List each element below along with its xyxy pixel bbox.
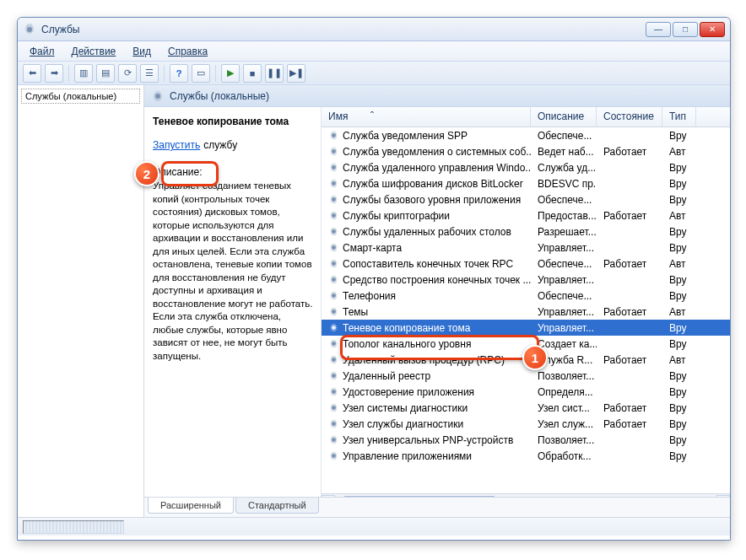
cell-name: Удаленный реестр — [322, 370, 531, 382]
maximize-button[interactable]: □ — [673, 22, 698, 37]
cell-desc: Управляет... — [531, 242, 597, 254]
close-button[interactable]: ✕ — [700, 22, 725, 37]
menu-view[interactable]: Вид — [126, 43, 158, 60]
cell-type: Вру — [662, 162, 696, 174]
cell-type: Вру — [662, 226, 696, 238]
cell-name: Узел системы диагностики — [322, 402, 531, 414]
service-row[interactable]: Удостоверение приложенияОпределя...Вру — [322, 384, 730, 400]
cell-desc: Определя... — [531, 386, 597, 398]
scroll-left-button[interactable]: ◀ — [322, 495, 335, 498]
cell-desc: Создает ка... — [531, 338, 597, 350]
service-row[interactable]: Узел системы диагностикиУзел сист...Рабо… — [322, 400, 730, 416]
selection-button[interactable]: ▭ — [192, 64, 210, 83]
start-button[interactable]: ▶ — [221, 64, 240, 83]
cell-type: Вру — [662, 402, 696, 414]
cell-name: Управление приложениями — [322, 450, 531, 462]
export-list-button[interactable]: ▤ — [96, 64, 115, 83]
help-button[interactable]: ? — [170, 64, 188, 83]
titlebar[interactable]: Службы — □ ✕ — [18, 18, 730, 41]
gear-icon — [328, 210, 339, 221]
gear-icon — [328, 258, 339, 269]
cell-type: Авт — [662, 306, 696, 318]
service-row[interactable]: Службы базового уровня приложенияОбеспеч… — [322, 191, 730, 207]
cell-state: Работает — [597, 354, 662, 366]
service-list: Имя ˆ Описание Состояние Тип Служба увед… — [322, 107, 730, 497]
gear-icon — [328, 306, 339, 317]
properties-button[interactable]: ☰ — [140, 64, 159, 83]
gear-icon — [328, 194, 339, 205]
col-state[interactable]: Состояние — [597, 107, 662, 127]
service-row[interactable]: ТелефонияОбеспече...Вру — [322, 288, 730, 304]
gear-icon — [328, 402, 339, 413]
service-row[interactable]: Теневое копирование томаУправляет...Вру — [322, 320, 730, 336]
scroll-thumb[interactable] — [343, 496, 495, 498]
service-row[interactable]: Тополог канального уровняСоздает ка...Вр… — [322, 336, 730, 352]
pause-button[interactable]: ❚❚ — [265, 64, 284, 83]
list-header: Имя ˆ Описание Состояние Тип — [322, 107, 730, 127]
right-pane: Службы (локальные) Теневое копирование т… — [144, 85, 730, 517]
stop-button[interactable]: ■ — [243, 64, 262, 83]
gear-icon — [328, 274, 339, 285]
back-button[interactable]: ⬅ — [23, 64, 41, 83]
gear-icon — [328, 146, 339, 157]
restart-button[interactable]: ▶❚ — [287, 64, 305, 83]
tab-extended[interactable]: Расширенный — [148, 498, 234, 514]
service-row[interactable]: Узел универсальных PNP-устройствПозволяе… — [322, 432, 730, 448]
start-service-link[interactable]: Запустить — [153, 139, 200, 151]
cell-type: Вру — [662, 194, 696, 206]
cell-type: Вру — [662, 450, 696, 462]
service-row[interactable]: Узел службы диагностикиУзел служ...Работ… — [322, 416, 730, 432]
cell-state: Работает — [597, 306, 662, 318]
list-body[interactable]: Служба уведомления SPPОбеспече...ВруСлуж… — [322, 127, 730, 493]
service-row[interactable]: Служба шифрования дисков BitLockerBDESVC… — [322, 175, 730, 191]
cell-state: Работает — [597, 258, 662, 270]
refresh-button[interactable]: ⟳ — [118, 64, 137, 83]
service-row[interactable]: Служба удаленного управления Windo...Слу… — [322, 159, 730, 175]
cell-state: Работает — [597, 210, 662, 222]
service-row[interactable]: Удаленный вызов процедур (RPC)Служба R..… — [322, 352, 730, 368]
service-row[interactable]: Служба уведомления о системных соб...Вед… — [322, 143, 730, 159]
service-row[interactable]: Средство построения конечных точек ...Уп… — [322, 272, 730, 288]
service-row[interactable]: Службы криптографииПредостав...РаботаетА… — [322, 207, 730, 223]
gear-icon — [328, 370, 339, 381]
scroll-track[interactable] — [335, 495, 716, 498]
service-row[interactable]: ТемыУправляет...РаботаетАвт — [322, 304, 730, 320]
service-row[interactable]: Служба уведомления SPPОбеспече...Вру — [322, 127, 730, 143]
cell-state: Работает — [597, 418, 662, 430]
window-buttons: — □ ✕ — [646, 22, 725, 37]
service-row[interactable]: Смарт-картаУправляет...Вру — [322, 240, 730, 256]
minimize-button[interactable]: — — [646, 22, 671, 37]
show-hide-tree-button[interactable]: ▥ — [74, 64, 93, 83]
horizontal-scrollbar[interactable]: ◀ ▶ — [322, 493, 730, 497]
content-area: Службы (локальные) Службы (локальные) Те… — [18, 85, 730, 517]
tree-pane[interactable]: Службы (локальные) — [18, 85, 144, 517]
service-name-heading: Теневое копирование тома — [153, 116, 314, 127]
cell-desc: Управляет... — [531, 306, 597, 318]
cell-desc: Позволяет... — [531, 434, 597, 446]
service-row[interactable]: Службы удаленных рабочих столовРазрешает… — [322, 223, 730, 240]
col-type[interactable]: Тип — [662, 107, 696, 127]
cell-type: Авт — [662, 258, 696, 270]
menu-action[interactable]: Действие — [65, 43, 123, 60]
forward-button[interactable]: ➡ — [45, 64, 63, 83]
service-row[interactable]: Управление приложениямиОбработк...Вру — [322, 448, 730, 464]
cell-name: Службы криптографии — [322, 210, 531, 222]
cell-desc: Позволяет... — [531, 370, 597, 382]
col-name[interactable]: Имя ˆ — [322, 107, 531, 127]
cell-name: Удостоверение приложения — [322, 386, 531, 398]
cell-name: Узел службы диагностики — [322, 418, 531, 430]
service-row[interactable]: Сопоставитель конечных точек RPCОбеспече… — [322, 256, 730, 272]
service-row[interactable]: Удаленный реестрПозволяет...Вру — [322, 368, 730, 384]
col-desc[interactable]: Описание — [531, 107, 597, 127]
services-icon — [23, 23, 36, 36]
tree-root-item[interactable]: Службы (локальные) — [21, 89, 140, 104]
cell-desc: Служба уд... — [531, 162, 597, 174]
cell-desc: Обработк... — [531, 450, 597, 462]
scroll-right-button[interactable]: ▶ — [716, 495, 730, 498]
cell-name: Служба уведомления о системных соб... — [322, 146, 531, 158]
menu-help[interactable]: Справка — [161, 43, 214, 60]
menu-file[interactable]: Файл — [23, 43, 62, 60]
gear-icon — [328, 242, 339, 253]
tab-standard[interactable]: Стандартный — [235, 498, 319, 514]
description-text: Управляет созданием теневых копий (контр… — [153, 180, 314, 363]
